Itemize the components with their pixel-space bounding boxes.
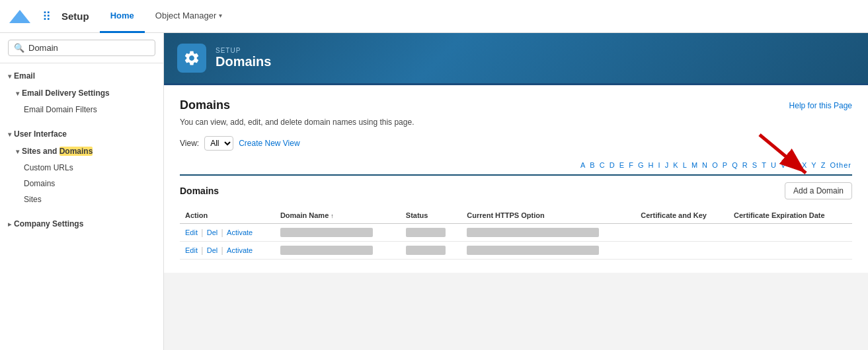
header-icon-wrap xyxy=(177,44,206,73)
alpha-nav-o[interactable]: O xyxy=(712,161,719,169)
alpha-nav: A B C D E F G H I J K L M N O P Q R S T … xyxy=(180,158,852,174)
sidebar-item-sites[interactable]: Sites xyxy=(0,192,163,207)
sidebar-section-company-settings: ▸ Company Settings xyxy=(0,211,163,236)
alpha-nav-n[interactable]: N xyxy=(702,161,708,169)
action-activate[interactable]: Activate xyxy=(227,228,253,236)
alpha-nav-other[interactable]: Other xyxy=(830,161,851,169)
alpha-nav-q[interactable]: Q xyxy=(732,161,738,169)
sidebar-item-email-domain-filters[interactable]: Email Domain Filters xyxy=(0,102,163,118)
sidebar-search-inner[interactable]: 🔍 xyxy=(8,40,155,56)
add-domain-button[interactable]: Add a Domain xyxy=(785,182,852,199)
svg-marker-0 xyxy=(9,10,30,23)
col-cert-key: Certificate and Key xyxy=(635,207,729,224)
search-icon: 🔍 xyxy=(14,43,24,53)
alpha-nav-p[interactable]: P xyxy=(723,161,728,169)
alpha-nav-t[interactable]: T xyxy=(762,161,767,169)
alpha-nav-s[interactable]: S xyxy=(752,161,758,169)
col-status: Status xyxy=(401,207,462,224)
alpha-nav-z[interactable]: Z xyxy=(821,161,826,169)
cell-cert-expiry xyxy=(729,224,852,242)
cell-cert-expiry xyxy=(729,242,852,260)
alpha-nav-u[interactable]: U xyxy=(771,161,777,169)
domains-description: You can view, add, edit, and delete doma… xyxy=(180,118,852,127)
create-new-view-link[interactable]: Create New View xyxy=(239,139,299,148)
sidebar-section-email: ▾ Email ▾ Email Delivery Settings Email … xyxy=(0,63,163,122)
nav-tabs: Home Object Manager ▾ xyxy=(100,0,233,33)
main-layout: 🔍 ▾ Email ▾ Email Delivery Settings Emai… xyxy=(0,33,868,350)
cell-status: xxxxxxxx xyxy=(401,224,462,242)
table-row: Edit | Del | Activatexxxxxxxxxxxxxxxxxxx… xyxy=(180,224,852,242)
search-input[interactable] xyxy=(28,43,149,53)
alpha-nav-d[interactable]: D xyxy=(610,161,615,169)
gear-icon xyxy=(183,50,200,67)
page-content-inner: Domains Help for this Page You can view,… xyxy=(180,98,852,260)
table-header-row: Domains Add a Domain xyxy=(180,174,852,203)
col-https-option: Current HTTPS Option xyxy=(461,207,635,224)
sidebar-item-domains[interactable]: Domains xyxy=(0,176,163,192)
alpha-nav-h[interactable]: H xyxy=(649,161,654,169)
arrow-icon: ▾ xyxy=(16,90,19,97)
sidebar-item-custom-urls[interactable]: Custom URLs xyxy=(0,160,163,176)
action-activate[interactable]: Activate xyxy=(227,246,253,254)
domains-title-row: Domains Help for this Page xyxy=(180,98,852,112)
alpha-nav-w[interactable]: W xyxy=(790,161,797,169)
cell-https-option: xxxxxxxxxxxxxxxxxxxx xyxy=(461,224,635,242)
cell-cert-key xyxy=(635,224,729,242)
help-link[interactable]: Help for this Page xyxy=(789,101,852,110)
action-del[interactable]: Del xyxy=(207,246,218,254)
sidebar-group-email-delivery[interactable]: ▾ Email Delivery Settings xyxy=(0,85,163,102)
alpha-nav-j[interactable]: J xyxy=(665,161,670,169)
sidebar-group-sites-domains[interactable]: ▾ Sites and Domains xyxy=(0,143,163,160)
sidebar-search-container: 🔍 xyxy=(0,33,163,63)
table-row: Edit | Del | Activatexxxxxxxxxxxxxxxxxxx… xyxy=(180,242,852,260)
cell-status: xxxxxxxx xyxy=(401,242,462,260)
table-section-title: Domains xyxy=(180,186,219,196)
alpha-nav-r[interactable]: R xyxy=(742,161,748,169)
alpha-nav-l[interactable]: L xyxy=(683,161,688,169)
arrow-icon: ▸ xyxy=(8,221,11,228)
sidebar-group-company-settings[interactable]: ▸ Company Settings xyxy=(0,215,163,232)
nav-tab-home[interactable]: Home xyxy=(100,0,145,33)
action-edit[interactable]: Edit xyxy=(185,246,198,254)
app-launcher-icon[interactable]: ⠿ xyxy=(42,9,51,24)
alpha-nav-x[interactable]: X xyxy=(802,161,807,169)
cell-cert-key xyxy=(635,242,729,260)
cell-https-option: xxxxxxxxxxxxxxxxxxxx xyxy=(461,242,635,260)
view-select[interactable]: All xyxy=(204,136,233,151)
cell-action: Edit | Del | Activate xyxy=(180,242,275,260)
top-nav: ⠿ Setup Home Object Manager ▾ xyxy=(0,0,868,33)
arrow-icon: ▾ xyxy=(8,131,11,138)
alpha-nav-i[interactable]: I xyxy=(658,161,661,169)
alpha-nav-f[interactable]: F xyxy=(629,161,634,169)
alpha-nav-b[interactable]: B xyxy=(590,161,595,169)
alpha-nav-k[interactable]: K xyxy=(673,161,678,169)
salesforce-logo xyxy=(8,9,32,24)
view-row: View: All Create New View xyxy=(180,136,852,151)
alpha-nav-a[interactable]: A xyxy=(580,161,586,169)
page-title: Domains xyxy=(180,98,230,112)
arrow-icon: ▾ xyxy=(8,73,11,80)
alpha-nav-y[interactable]: Y xyxy=(811,161,816,169)
action-del[interactable]: Del xyxy=(207,228,218,236)
sidebar-section-user-interface: ▾ User Interface ▾ Sites and Domains Cus… xyxy=(0,122,163,211)
chevron-down-icon: ▾ xyxy=(219,12,222,19)
sort-asc-icon: ↑ xyxy=(331,213,334,219)
header-title: Domains xyxy=(216,54,271,69)
view-label: View: xyxy=(180,139,199,148)
alpha-nav-c[interactable]: C xyxy=(600,161,606,169)
sidebar-group-email[interactable]: ▾ Email xyxy=(0,67,163,85)
nav-tab-object-manager[interactable]: Object Manager ▾ xyxy=(145,0,233,33)
domains-table: Action Domain Name ↑ Status Current HTTP… xyxy=(180,207,852,260)
content-area: SETUP Domains Domains Help for this Page… xyxy=(164,33,868,350)
alpha-nav-m[interactable]: M xyxy=(691,161,698,169)
col-domain-name[interactable]: Domain Name ↑ xyxy=(275,207,401,224)
alpha-nav-e[interactable]: E xyxy=(619,161,625,169)
alpha-nav-v[interactable]: V xyxy=(781,161,786,169)
header-setup-label: SETUP xyxy=(216,47,271,54)
sidebar-group-user-interface[interactable]: ▾ User Interface xyxy=(0,125,163,143)
header-text-wrap: SETUP Domains xyxy=(216,47,271,69)
alpha-nav-g[interactable]: G xyxy=(638,161,645,169)
action-edit[interactable]: Edit xyxy=(185,228,198,236)
cell-domain-name: xxxxxxxxxxxxxxxx xyxy=(275,242,401,260)
col-cert-expiry: Certificate Expiration Date xyxy=(729,207,852,224)
